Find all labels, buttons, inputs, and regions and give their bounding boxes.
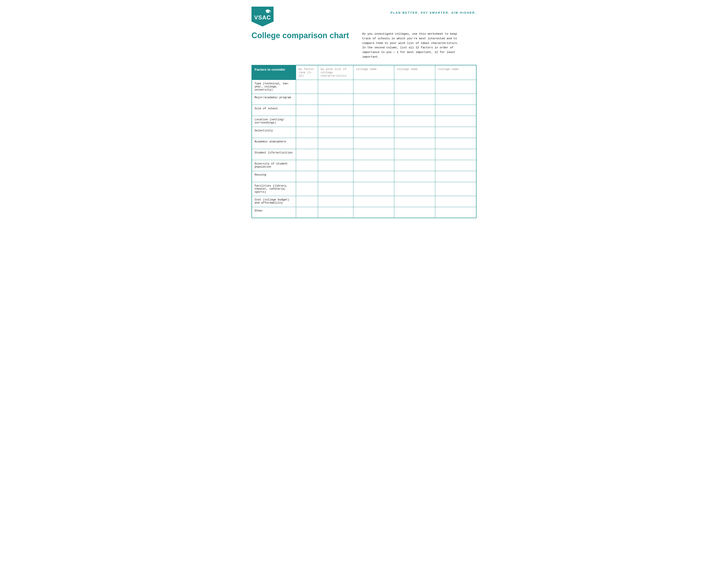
logo-text: VSAC bbox=[254, 14, 271, 21]
rank-cell bbox=[296, 171, 318, 182]
college2-cell bbox=[394, 80, 435, 94]
factor-cell: Facilities (library, theater, cafeteria,… bbox=[252, 182, 296, 196]
college2-cell bbox=[394, 160, 435, 171]
wishlist-cell bbox=[318, 80, 353, 94]
college3-cell bbox=[435, 196, 476, 207]
college1-cell bbox=[353, 207, 394, 218]
tagline: PLAN BETTER. PAY SMARTER. AIM HIGHER. bbox=[390, 11, 477, 14]
college3-cell bbox=[435, 94, 476, 105]
college1-cell bbox=[353, 182, 394, 196]
wishlist-cell bbox=[318, 138, 353, 149]
college3-header: college name bbox=[435, 65, 476, 80]
factor-cell: Student life/activities bbox=[252, 149, 296, 160]
comparison-table: Factors to consider my factor rank (1–12… bbox=[251, 65, 477, 218]
college3-cell bbox=[435, 127, 476, 138]
factor-cell: Major/academic program bbox=[252, 94, 296, 105]
college2-cell bbox=[394, 149, 435, 160]
college1-cell bbox=[353, 105, 394, 116]
rank-cell bbox=[296, 138, 318, 149]
table-row: Location (setting/ surroundings) bbox=[252, 116, 476, 127]
wishlist-cell bbox=[318, 105, 353, 116]
college3-cell bbox=[435, 138, 476, 149]
college2-cell bbox=[394, 94, 435, 105]
table-row: Other bbox=[252, 207, 476, 218]
table-row: Major/academic program bbox=[252, 94, 476, 105]
college1-cell bbox=[353, 196, 394, 207]
table-row: Housing bbox=[252, 171, 476, 182]
factor-cell: Housing bbox=[252, 171, 296, 182]
college1-cell bbox=[353, 80, 394, 94]
wishlist-header: my wish list of college characteristics bbox=[318, 65, 353, 80]
table-row: Type (technical, two-year, college, univ… bbox=[252, 80, 476, 94]
rank-cell bbox=[296, 160, 318, 171]
table-row: Academic atmosphere bbox=[252, 138, 476, 149]
rank-cell bbox=[296, 127, 318, 138]
college2-cell bbox=[394, 182, 435, 196]
rank-cell bbox=[296, 80, 318, 94]
college3-cell bbox=[435, 182, 476, 196]
factor-cell: Diversity of student population bbox=[252, 160, 296, 171]
college1-cell bbox=[353, 94, 394, 105]
logo-container: VSAC bbox=[251, 7, 274, 26]
college2-cell bbox=[394, 105, 435, 116]
college2-cell bbox=[394, 207, 435, 218]
college2-cell bbox=[394, 196, 435, 207]
table-header-row: Factors to consider my factor rank (1–12… bbox=[252, 65, 476, 80]
factor-cell: Size of school bbox=[252, 105, 296, 116]
factor-cell: Other bbox=[252, 207, 296, 218]
college1-cell bbox=[353, 149, 394, 160]
college3-cell bbox=[435, 171, 476, 182]
factor-cell: Selectivity bbox=[252, 127, 296, 138]
table-row: Size of school bbox=[252, 105, 476, 116]
rank-cell bbox=[296, 182, 318, 196]
college1-header: college name bbox=[353, 65, 394, 80]
factor-cell: Cost (college budget) and affordability bbox=[252, 196, 296, 207]
rank-cell bbox=[296, 196, 318, 207]
logo-badge: VSAC bbox=[251, 7, 274, 26]
wishlist-cell bbox=[318, 160, 353, 171]
rank-header: my factor rank (1–12) bbox=[296, 65, 318, 80]
wishlist-cell bbox=[318, 94, 353, 105]
page-title: College comparison chart bbox=[251, 31, 349, 40]
rank-cell bbox=[296, 207, 318, 218]
table-row: Selectivity bbox=[252, 127, 476, 138]
wishlist-cell bbox=[318, 127, 353, 138]
college1-cell bbox=[353, 138, 394, 149]
college3-cell bbox=[435, 160, 476, 171]
graduation-cap-icon bbox=[265, 9, 271, 13]
table-row: Student life/activities bbox=[252, 149, 476, 160]
wishlist-cell bbox=[318, 116, 353, 127]
college2-cell bbox=[394, 127, 435, 138]
college1-cell bbox=[353, 116, 394, 127]
wishlist-cell bbox=[318, 196, 353, 207]
college3-cell bbox=[435, 207, 476, 218]
college3-cell bbox=[435, 116, 476, 127]
factor-cell: Location (setting/ surroundings) bbox=[252, 116, 296, 127]
college2-cell bbox=[394, 171, 435, 182]
college2-header: college name bbox=[394, 65, 435, 80]
rank-cell bbox=[296, 116, 318, 127]
wishlist-cell bbox=[318, 182, 353, 196]
title-description-row: College comparison chart As you investig… bbox=[251, 31, 477, 59]
wishlist-cell bbox=[318, 207, 353, 218]
college3-cell bbox=[435, 105, 476, 116]
rank-cell bbox=[296, 94, 318, 105]
page-header: VSAC PLAN BETTER. PAY SMARTER. AIM HIGHE… bbox=[251, 7, 477, 26]
description-text: As you investigate colleges, use this wo… bbox=[362, 31, 464, 59]
rank-cell bbox=[296, 105, 318, 116]
college1-cell bbox=[353, 160, 394, 171]
table-row: Diversity of student population bbox=[252, 160, 476, 171]
table-row: Facilities (library, theater, cafeteria,… bbox=[252, 182, 476, 196]
college1-cell bbox=[353, 171, 394, 182]
wishlist-cell bbox=[318, 171, 353, 182]
wishlist-cell bbox=[318, 149, 353, 160]
table-row: Cost (college budget) and affordability bbox=[252, 196, 476, 207]
factor-cell: Type (technical, two-year, college, univ… bbox=[252, 80, 296, 94]
rank-cell bbox=[296, 149, 318, 160]
factor-cell: Academic atmosphere bbox=[252, 138, 296, 149]
college1-cell bbox=[353, 127, 394, 138]
college2-cell bbox=[394, 138, 435, 149]
college2-cell bbox=[394, 116, 435, 127]
college3-cell bbox=[435, 149, 476, 160]
factors-header: Factors to consider bbox=[252, 65, 296, 80]
